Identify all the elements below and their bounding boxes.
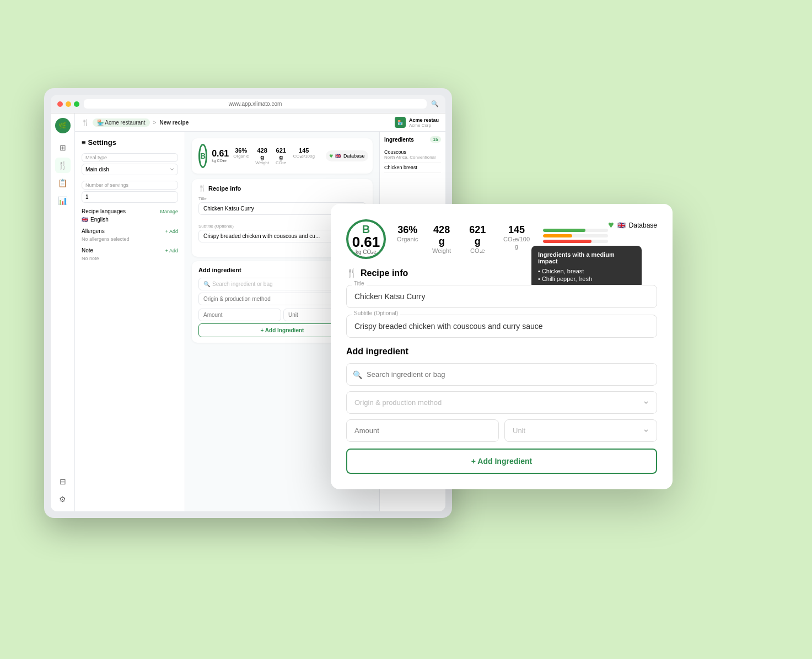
servings-group: Number of servings: [82, 181, 178, 203]
breadcrumb-current: New recipe: [159, 120, 189, 126]
sidebar-item-table[interactable]: ⊟: [55, 474, 71, 489]
ingredients-title: Ingredients 15: [384, 136, 441, 143]
ingredient-name-2: Chicken breast: [384, 165, 441, 170]
maximize-button[interactable]: [74, 101, 79, 107]
foreground-panel: B 0.61 kg CO₂e 36% Organic 428 g Weight …: [331, 204, 673, 489]
user-company: Acme Corp: [409, 123, 439, 128]
impact-tooltip: Ingredients with a medium impact Chicken…: [531, 246, 642, 289]
meal-type-select[interactable]: Main dish: [82, 164, 178, 175]
settings-title: ≡ Settings: [82, 138, 178, 147]
language-name: English: [90, 217, 109, 223]
database-label: Database: [343, 153, 365, 159]
fg-co2e100-metric: 145 CO₂e/100 g: [501, 224, 532, 250]
add-allergen-button[interactable]: + Add: [165, 229, 178, 234]
score-value: 0.61: [212, 149, 229, 158]
user-avatar: 🏪: [395, 117, 406, 128]
fg-weight-label: Weight: [429, 247, 454, 254]
fg-score-values: 0.61 kg CO₂e: [352, 235, 380, 255]
languages-header: Recipe languages Manage: [82, 208, 178, 214]
sidebar-item-chart[interactable]: 📊: [55, 193, 71, 208]
servings-label: Number of servings: [82, 181, 178, 190]
close-button[interactable]: [57, 101, 63, 107]
sidebar: 🌿 ⊞ 🍴 📋 📊 ⊟ ⚙: [51, 114, 75, 511]
fg-database-badge: ♥ 🇬🇧 Organic Database: [608, 219, 657, 231]
flag-icon: 🇬🇧: [82, 217, 88, 223]
ingredient-origin: North Africa, Conventional: [384, 155, 441, 160]
add-note-button[interactable]: + Add: [165, 248, 178, 253]
co2e-metric: 621 g CO₂e: [276, 147, 286, 165]
fg-search-input[interactable]: [346, 363, 657, 386]
sidebar-item-utensils[interactable]: 🍴: [55, 158, 71, 173]
user-info: 🏪 Acme restau Acme Corp: [395, 117, 439, 128]
fg-title-label: Title: [352, 280, 367, 287]
co2e-label: CO₂e: [276, 160, 286, 165]
score-letter: B: [200, 152, 206, 160]
database-badge: ♥ 🇬🇧 Database: [326, 150, 368, 161]
fg-weight-value: 428 g: [429, 224, 454, 247]
ingredient-item-chicken: Chicken breast: [384, 163, 441, 173]
fg-bar-2: [543, 234, 608, 237]
fg-title-group: Title: [346, 285, 657, 308]
note-empty: No note: [82, 256, 178, 261]
tooltip-item-1: Chicken, breast: [538, 268, 635, 274]
amount-input-small[interactable]: [198, 309, 281, 321]
tooltip-title: Ingredients with a medium impact: [538, 251, 635, 264]
settings-panel: ≡ Settings Meal type Main dish: [75, 132, 185, 511]
language-item: 🇬🇧 English: [82, 217, 178, 223]
fg-amount-unit-row: Unit: [346, 419, 657, 442]
url-text: www.app.xlimato.com: [229, 101, 282, 107]
fg-add-ingredient-title: Add ingredient: [346, 347, 657, 356]
languages-label: Recipe languages: [82, 208, 126, 214]
weight-value: 428 g: [255, 147, 269, 160]
browser-bar: www.app.xlimato.com 🔍: [51, 95, 445, 114]
fg-title-input[interactable]: [346, 285, 657, 308]
url-bar[interactable]: www.app.xlimato.com: [84, 99, 427, 109]
breadcrumb-restaurant[interactable]: 🏪 Acme restaurant: [93, 118, 150, 127]
fg-organic-label: Organic: [397, 236, 418, 242]
fg-score-letter: B: [362, 224, 370, 235]
fg-co2e-label: CO₂e: [465, 247, 490, 255]
manage-languages-button[interactable]: Manage: [160, 209, 178, 214]
fg-organic-value: 36%: [397, 224, 418, 236]
meal-type-label: Meal type: [82, 153, 178, 162]
fg-amount-input[interactable]: [346, 419, 499, 442]
fg-unit-select[interactable]: Unit: [504, 419, 657, 442]
score-value-group: 0.61 kg CO₂e: [212, 149, 229, 163]
heart-icon: ♥: [329, 152, 333, 160]
top-bar: 🍴 🏪 Acme restaurant > New recipe 🏪 A: [75, 114, 445, 132]
app-logo[interactable]: 🌿: [55, 118, 71, 133]
fg-bar-3: [543, 240, 608, 243]
search-input-small[interactable]: Search ingredient or bag: [212, 281, 273, 287]
score-unit: kg CO₂e: [212, 159, 229, 163]
sidebar-item-grid[interactable]: ⊞: [55, 140, 71, 155]
allergens-header: Allergens + Add: [82, 228, 178, 234]
fg-flag-icon: 🇬🇧: [617, 222, 626, 229]
sidebar-item-clipboard[interactable]: 📋: [55, 175, 71, 191]
title-label: Title: [198, 196, 366, 201]
score-badge: B: [198, 144, 207, 168]
allergens-empty: No allergens selected: [82, 236, 178, 242]
fg-organic-metric: 36% Organic: [397, 224, 418, 242]
fg-subtitle-input[interactable]: [346, 315, 657, 338]
tooltip-item-2: Chilli pepper, fresh: [538, 276, 635, 282]
search-icon: 🔍: [431, 100, 439, 107]
flag-icon: 🇬🇧: [335, 153, 341, 159]
sidebar-bottom: ⊟ ⚙: [55, 474, 71, 507]
co2e100-label: CO₂e/100g: [293, 154, 315, 159]
fg-origin-select[interactable]: Origin & production method: [346, 391, 657, 414]
allergens-label: Allergens: [82, 228, 105, 234]
breadcrumb-separator: >: [153, 120, 157, 126]
fg-heart-icon: ♥: [608, 219, 614, 231]
fg-score-unit: kg CO₂e: [356, 249, 377, 255]
weight-label: Weight: [255, 160, 269, 165]
minimize-button[interactable]: [66, 101, 71, 107]
user-name: Acme restau: [409, 117, 439, 123]
sidebar-item-settings[interactable]: ⚙: [55, 491, 71, 507]
organic-label: Organic: [233, 154, 249, 159]
fg-add-ingredient-button[interactable]: + Add Ingredient: [346, 449, 657, 474]
fg-bar-1: [543, 229, 608, 232]
servings-input[interactable]: [82, 191, 178, 203]
ingredient-name: Couscous: [384, 149, 441, 155]
fg-score-number: 0.61: [352, 235, 380, 249]
fg-subtitle-group: Subtitle (Optional): [346, 315, 657, 338]
